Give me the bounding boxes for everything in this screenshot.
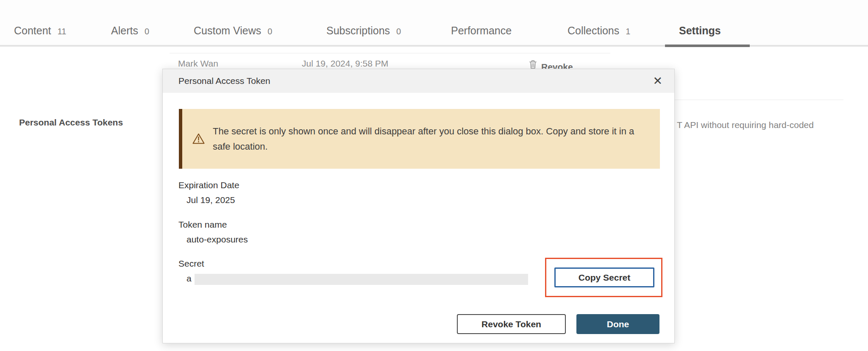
revoke-token-button[interactable]: Revoke Token — [457, 314, 566, 334]
secret-visible-value: a — [186, 273, 192, 284]
token-row-timestamp: Jul 19, 2024, 9:58 PM — [302, 58, 388, 69]
warning-banner: The secret is only shown once and will d… — [179, 109, 660, 169]
page: Content11 Alerts0 Custom Views0 Subscrip… — [0, 0, 868, 351]
personal-access-tokens-label: Personal Access Tokens — [19, 117, 123, 128]
close-icon[interactable]: ✕ — [653, 75, 662, 87]
dialog-header: Personal Access Token ✕ — [163, 69, 674, 93]
secret-label: Secret — [178, 259, 204, 269]
section-description-fragment: T API without requiring hard-coded — [677, 120, 814, 130]
warning-triangle-icon — [192, 133, 205, 146]
personal-access-token-dialog: Personal Access Token ✕ The secret is on… — [162, 69, 675, 343]
dialog-title: Personal Access Token — [178, 76, 270, 86]
table-row-divider — [170, 53, 610, 53]
token-row-user: Mark Wan — [178, 58, 218, 69]
token-name-label: Token name — [178, 220, 227, 230]
secret-redacted-bar — [195, 274, 528, 285]
expiration-date-value: Jul 19, 2025 — [186, 195, 235, 205]
copy-secret-button[interactable]: Copy Secret — [554, 267, 654, 287]
token-name-value: auto-exposures — [186, 234, 248, 245]
done-button[interactable]: Done — [576, 314, 659, 334]
warning-message: The secret is only shown once and will d… — [213, 124, 654, 154]
expiration-date-label: Expiration Date — [178, 180, 239, 190]
